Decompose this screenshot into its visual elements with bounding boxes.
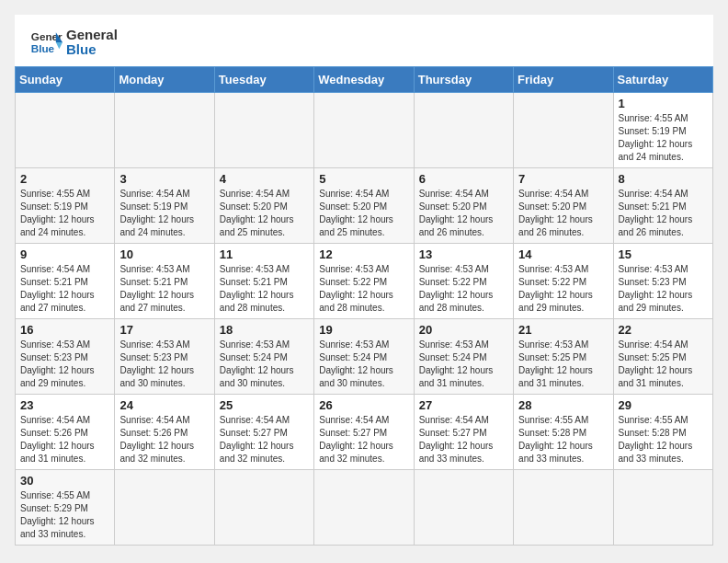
calendar-day-cell: 12Sunrise: 4:53 AM Sunset: 5:22 PM Dayli… <box>314 244 414 319</box>
day-number: 15 <box>619 247 708 261</box>
svg-marker-3 <box>56 42 63 49</box>
calendar-day-cell <box>514 93 613 168</box>
calendar-day-cell <box>214 93 313 168</box>
calendar-week-row: 16Sunrise: 4:53 AM Sunset: 5:23 PM Dayli… <box>16 319 713 395</box>
weekday-header-monday: Monday <box>115 67 214 93</box>
day-number: 25 <box>220 398 309 412</box>
day-info: Sunrise: 4:55 AM Sunset: 5:28 PM Dayligh… <box>518 414 608 465</box>
day-number: 28 <box>518 398 608 412</box>
day-number: 23 <box>20 398 109 412</box>
calendar-day-cell <box>115 470 214 546</box>
day-number: 13 <box>419 247 508 261</box>
logo-general: General <box>66 28 118 43</box>
calendar-day-cell: 11Sunrise: 4:53 AM Sunset: 5:21 PM Dayli… <box>214 244 313 319</box>
day-info: Sunrise: 4:53 AM Sunset: 5:25 PM Dayligh… <box>518 339 608 390</box>
calendar-day-cell: 18Sunrise: 4:53 AM Sunset: 5:24 PM Dayli… <box>214 319 313 395</box>
day-info: Sunrise: 4:53 AM Sunset: 5:22 PM Dayligh… <box>518 263 608 315</box>
calendar-day-cell: 3Sunrise: 4:54 AM Sunset: 5:19 PM Daylig… <box>115 168 214 244</box>
day-number: 22 <box>619 323 708 337</box>
day-info: Sunrise: 4:54 AM Sunset: 5:21 PM Dayligh… <box>619 188 708 239</box>
day-number: 10 <box>119 247 209 261</box>
page-header: General Blue General Blue <box>15 15 713 66</box>
day-number: 16 <box>20 323 109 337</box>
calendar-day-cell: 29Sunrise: 4:55 AM Sunset: 5:28 PM Dayli… <box>613 395 712 470</box>
calendar-day-cell <box>16 93 115 168</box>
day-info: Sunrise: 4:54 AM Sunset: 5:26 PM Dayligh… <box>20 414 109 465</box>
day-info: Sunrise: 4:53 AM Sunset: 5:21 PM Dayligh… <box>119 263 209 315</box>
calendar-day-cell: 10Sunrise: 4:53 AM Sunset: 5:21 PM Dayli… <box>115 244 214 319</box>
calendar-day-cell: 9Sunrise: 4:54 AM Sunset: 5:21 PM Daylig… <box>16 244 115 319</box>
calendar-day-cell: 8Sunrise: 4:54 AM Sunset: 5:21 PM Daylig… <box>613 168 712 244</box>
calendar-day-cell: 21Sunrise: 4:53 AM Sunset: 5:25 PM Dayli… <box>514 319 613 395</box>
day-number: 19 <box>319 323 408 337</box>
calendar-table: SundayMondayTuesdayWednesdayThursdayFrid… <box>15 66 713 546</box>
day-info: Sunrise: 4:54 AM Sunset: 5:20 PM Dayligh… <box>419 188 508 239</box>
day-number: 2 <box>20 172 109 186</box>
day-number: 17 <box>119 323 209 337</box>
calendar-page: General Blue General Blue SundayMondayTu… <box>15 15 713 546</box>
day-info: Sunrise: 4:53 AM Sunset: 5:24 PM Dayligh… <box>220 339 309 390</box>
day-number: 3 <box>119 172 209 186</box>
svg-text:Blue: Blue <box>31 42 55 54</box>
day-number: 20 <box>419 323 508 337</box>
calendar-day-cell: 28Sunrise: 4:55 AM Sunset: 5:28 PM Dayli… <box>514 395 613 470</box>
day-info: Sunrise: 4:53 AM Sunset: 5:22 PM Dayligh… <box>419 263 508 315</box>
calendar-day-cell: 1Sunrise: 4:55 AM Sunset: 5:19 PM Daylig… <box>613 93 712 168</box>
day-info: Sunrise: 4:54 AM Sunset: 5:26 PM Dayligh… <box>119 414 209 465</box>
day-number: 24 <box>119 398 209 412</box>
day-number: 30 <box>20 474 109 488</box>
calendar-day-cell: 15Sunrise: 4:53 AM Sunset: 5:23 PM Dayli… <box>613 244 712 319</box>
calendar-day-cell <box>613 470 712 546</box>
calendar-day-cell: 27Sunrise: 4:54 AM Sunset: 5:27 PM Dayli… <box>414 395 513 470</box>
calendar-day-cell: 24Sunrise: 4:54 AM Sunset: 5:26 PM Dayli… <box>115 395 214 470</box>
day-info: Sunrise: 4:53 AM Sunset: 5:23 PM Dayligh… <box>119 339 209 390</box>
calendar-day-cell: 26Sunrise: 4:54 AM Sunset: 5:27 PM Dayli… <box>314 395 414 470</box>
day-info: Sunrise: 4:54 AM Sunset: 5:27 PM Dayligh… <box>319 414 408 465</box>
calendar-day-cell: 4Sunrise: 4:54 AM Sunset: 5:20 PM Daylig… <box>214 168 313 244</box>
calendar-week-row: 2Sunrise: 4:55 AM Sunset: 5:19 PM Daylig… <box>16 168 713 244</box>
day-info: Sunrise: 4:54 AM Sunset: 5:27 PM Dayligh… <box>419 414 508 465</box>
day-number: 21 <box>518 323 608 337</box>
calendar-day-cell: 20Sunrise: 4:53 AM Sunset: 5:24 PM Dayli… <box>414 319 513 395</box>
day-info: Sunrise: 4:55 AM Sunset: 5:29 PM Dayligh… <box>20 489 109 541</box>
weekday-header-friday: Friday <box>514 67 613 93</box>
calendar-day-cell: 14Sunrise: 4:53 AM Sunset: 5:22 PM Dayli… <box>514 244 613 319</box>
calendar-day-cell: 6Sunrise: 4:54 AM Sunset: 5:20 PM Daylig… <box>414 168 513 244</box>
calendar-week-row: 1Sunrise: 4:55 AM Sunset: 5:19 PM Daylig… <box>16 93 713 168</box>
day-number: 7 <box>518 172 608 186</box>
day-info: Sunrise: 4:53 AM Sunset: 5:21 PM Dayligh… <box>220 263 309 315</box>
day-info: Sunrise: 4:54 AM Sunset: 5:20 PM Dayligh… <box>220 188 309 239</box>
weekday-header-thursday: Thursday <box>414 67 513 93</box>
day-number: 11 <box>220 247 309 261</box>
calendar-day-cell: 30Sunrise: 4:55 AM Sunset: 5:29 PM Dayli… <box>16 470 115 546</box>
day-number: 8 <box>619 172 708 186</box>
calendar-day-cell <box>314 470 414 546</box>
day-info: Sunrise: 4:54 AM Sunset: 5:27 PM Dayligh… <box>220 414 309 465</box>
day-info: Sunrise: 4:54 AM Sunset: 5:20 PM Dayligh… <box>319 188 408 239</box>
calendar-day-cell <box>314 93 414 168</box>
weekday-header-row: SundayMondayTuesdayWednesdayThursdayFrid… <box>16 67 713 93</box>
day-number: 14 <box>518 247 608 261</box>
calendar-day-cell: 23Sunrise: 4:54 AM Sunset: 5:26 PM Dayli… <box>16 395 115 470</box>
day-number: 29 <box>619 398 708 412</box>
calendar-day-cell: 5Sunrise: 4:54 AM Sunset: 5:20 PM Daylig… <box>314 168 414 244</box>
day-info: Sunrise: 4:53 AM Sunset: 5:24 PM Dayligh… <box>319 339 408 390</box>
calendar-day-cell: 19Sunrise: 4:53 AM Sunset: 5:24 PM Dayli… <box>314 319 414 395</box>
day-info: Sunrise: 4:54 AM Sunset: 5:21 PM Dayligh… <box>20 263 109 315</box>
calendar-week-row: 30Sunrise: 4:55 AM Sunset: 5:29 PM Dayli… <box>16 470 713 546</box>
calendar-day-cell <box>414 470 513 546</box>
day-info: Sunrise: 4:54 AM Sunset: 5:25 PM Dayligh… <box>619 339 708 390</box>
weekday-header-tuesday: Tuesday <box>214 67 313 93</box>
logo: General Blue General Blue <box>29 26 118 59</box>
day-number: 5 <box>319 172 408 186</box>
calendar-day-cell <box>115 93 214 168</box>
day-info: Sunrise: 4:53 AM Sunset: 5:23 PM Dayligh… <box>20 339 109 390</box>
calendar-day-cell <box>514 470 613 546</box>
calendar-week-row: 9Sunrise: 4:54 AM Sunset: 5:21 PM Daylig… <box>16 244 713 319</box>
calendar-day-cell <box>414 93 513 168</box>
day-info: Sunrise: 4:53 AM Sunset: 5:23 PM Dayligh… <box>619 263 708 315</box>
weekday-header-sunday: Sunday <box>16 67 115 93</box>
day-number: 6 <box>419 172 508 186</box>
day-number: 12 <box>319 247 408 261</box>
day-info: Sunrise: 4:55 AM Sunset: 5:19 PM Dayligh… <box>20 188 109 239</box>
